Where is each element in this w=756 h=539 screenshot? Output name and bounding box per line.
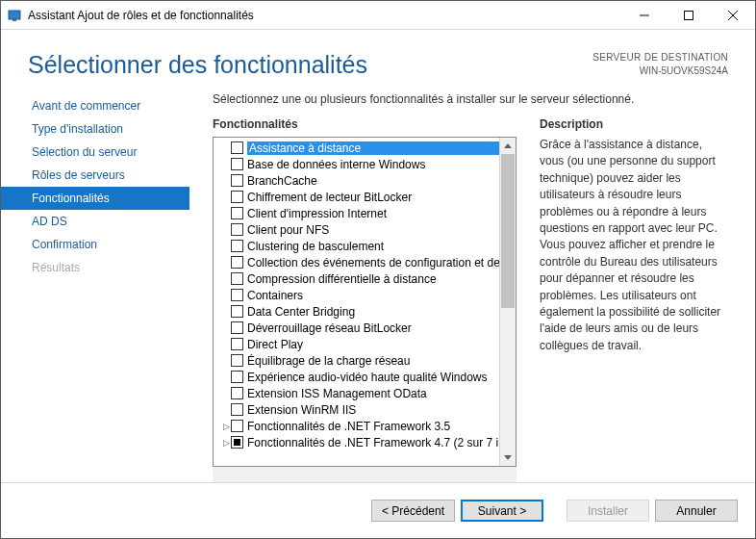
feature-checkbox[interactable]	[231, 420, 243, 432]
footer: < Précédent Suivant > Installer Annuler	[1, 482, 755, 538]
feature-row[interactable]: Déverrouillage réseau BitLocker	[217, 320, 499, 336]
feature-row[interactable]: Containers	[217, 287, 499, 303]
expander-icon[interactable]: ▷	[221, 422, 231, 431]
feature-label: Équilibrage de la charge réseau	[247, 354, 499, 368]
scroll-down-button[interactable]	[500, 449, 516, 466]
feature-row[interactable]: ▷Fonctionnalités de .NET Framework 4.7 (…	[217, 434, 499, 450]
feature-checkbox[interactable]	[231, 338, 243, 350]
feature-checkbox[interactable]	[231, 354, 243, 367]
feature-row[interactable]: Équilibrage de la charge réseau	[217, 352, 499, 369]
feature-label: Containers	[247, 289, 499, 302]
feature-label: Direct Play	[247, 338, 499, 351]
feature-checkbox[interactable]	[231, 256, 243, 269]
wizard-step[interactable]: Avant de commencer	[1, 94, 189, 117]
feature-checkbox[interactable]	[231, 207, 243, 219]
window-title: Assistant Ajout de rôles et de fonctionn…	[28, 9, 254, 22]
feature-checkbox[interactable]	[231, 191, 243, 203]
features-heading: Fonctionnalités	[213, 117, 517, 131]
svg-marker-7	[504, 455, 512, 460]
wizard-step[interactable]: AD DS	[1, 210, 189, 233]
feature-label: Client pour NFS	[247, 223, 499, 237]
wizard-step[interactable]: Rôles de serveurs	[1, 164, 189, 187]
columns: Fonctionnalités Assistance à distanceBas…	[189, 117, 728, 482]
wizard-steps: Avant de commencerType d'installationSél…	[1, 90, 189, 482]
feature-row[interactable]: Client d'impression Internet	[217, 205, 499, 221]
feature-label: Fonctionnalités de .NET Framework 3.5	[247, 420, 499, 433]
feature-row[interactable]: Clustering de basculement	[217, 238, 499, 254]
feature-label: Clustering de basculement	[247, 240, 499, 253]
vertical-scrollbar[interactable]	[499, 138, 516, 466]
maximize-button[interactable]	[667, 1, 711, 30]
feature-row[interactable]: Expérience audio-vidéo haute qualité Win…	[217, 369, 499, 385]
feature-checkbox[interactable]	[231, 174, 243, 187]
feature-row[interactable]: Compression différentielle à distance	[217, 270, 499, 287]
feature-label: Collection des événements de configurati…	[247, 256, 499, 270]
svg-rect-0	[9, 11, 20, 19]
cancel-button[interactable]: Annuler	[655, 500, 738, 522]
wizard-step[interactable]: Type d'installation	[1, 117, 189, 141]
scroll-up-button[interactable]	[500, 138, 516, 154]
feature-label: Base de données interne Windows	[247, 158, 499, 171]
feature-checkbox[interactable]	[231, 289, 243, 301]
body: Avant de commencerType d'installationSél…	[1, 87, 755, 482]
scroll-thumb[interactable]	[501, 154, 515, 308]
feature-checkbox[interactable]	[231, 436, 243, 449]
minimize-button[interactable]	[622, 1, 667, 30]
feature-label: Chiffrement de lecteur BitLocker	[247, 191, 499, 204]
feature-checkbox[interactable]	[231, 305, 243, 318]
feature-label: Extension WinRM IIS	[247, 403, 499, 417]
features-column: Fonctionnalités Assistance à distanceBas…	[213, 117, 517, 482]
page-title: Sélectionner des fonctionnalités	[28, 51, 367, 79]
feature-checkbox[interactable]	[231, 223, 243, 236]
next-button[interactable]: Suivant >	[461, 500, 543, 522]
feature-checkbox[interactable]	[231, 141, 243, 154]
feature-checkbox[interactable]	[231, 371, 243, 383]
previous-button[interactable]: < Précédent	[371, 500, 455, 522]
destination-server: SERVEUR DE DESTINATION WIN-5UOVK59S24A	[592, 51, 728, 78]
feature-checkbox[interactable]	[231, 158, 243, 170]
feature-label: BranchCache	[247, 174, 499, 188]
feature-row[interactable]: Collection des événements de configurati…	[217, 254, 499, 270]
feature-label: Extension ISS Management OData	[247, 387, 499, 400]
feature-label: Fonctionnalités de .NET Framework 4.7 (2…	[247, 436, 499, 449]
titlebar: Assistant Ajout de rôles et de fonctionn…	[1, 1, 755, 30]
scroll-track[interactable]	[500, 154, 516, 449]
instruction-text: Sélectionnez une ou plusieurs fonctionna…	[213, 92, 728, 106]
feature-row[interactable]: Extension ISS Management OData	[217, 385, 499, 401]
feature-row[interactable]: ▷Fonctionnalités de .NET Framework 3.5	[217, 418, 499, 434]
feature-row[interactable]: Assistance à distance	[217, 140, 499, 156]
feature-row[interactable]: Client pour NFS	[217, 221, 499, 238]
wizard-step[interactable]: Sélection du serveur	[1, 141, 189, 164]
features-listbox[interactable]: Assistance à distanceBase de données int…	[213, 137, 517, 467]
feature-checkbox[interactable]	[231, 272, 243, 285]
feature-row[interactable]: Extension WinRM IIS	[217, 401, 499, 418]
feature-checkbox[interactable]	[231, 321, 243, 334]
wizard-step[interactable]: Confirmation	[1, 233, 189, 256]
feature-label: Client d'impression Internet	[247, 207, 499, 220]
feature-label: Assistance à distance	[247, 141, 499, 155]
feature-row[interactable]: Base de données interne Windows	[217, 156, 499, 172]
wizard-step: Résultats	[1, 256, 189, 279]
expander-icon[interactable]: ▷	[221, 438, 231, 448]
horizontal-scrollbar[interactable]	[213, 466, 517, 482]
feature-label: Déverrouillage réseau BitLocker	[247, 321, 499, 335]
wizard-window: Assistant Ajout de rôles et de fonctionn…	[0, 0, 756, 539]
feature-label: Compression différentielle à distance	[247, 272, 499, 286]
feature-row[interactable]: Chiffrement de lecteur BitLocker	[217, 189, 499, 205]
feature-checkbox[interactable]	[231, 387, 243, 399]
wizard-step[interactable]: Fonctionnalités	[1, 187, 189, 210]
feature-row[interactable]: Data Center Bridging	[217, 303, 499, 320]
feature-checkbox[interactable]	[231, 403, 243, 416]
feature-row[interactable]: Direct Play	[217, 336, 499, 352]
destination-value: WIN-5UOVK59S24A	[592, 64, 728, 78]
feature-label: Data Center Bridging	[247, 305, 499, 319]
svg-marker-6	[504, 143, 512, 148]
description-text: Grâce à l'assistance à distance, vous (o…	[540, 137, 728, 354]
description-heading: Description	[540, 117, 728, 131]
feature-row[interactable]: BranchCache	[217, 172, 499, 189]
feature-checkbox[interactable]	[231, 240, 243, 252]
feature-label: Expérience audio-vidéo haute qualité Win…	[247, 371, 499, 384]
app-icon	[7, 8, 22, 23]
destination-label: SERVEUR DE DESTINATION	[592, 51, 728, 64]
close-button[interactable]	[711, 1, 755, 30]
